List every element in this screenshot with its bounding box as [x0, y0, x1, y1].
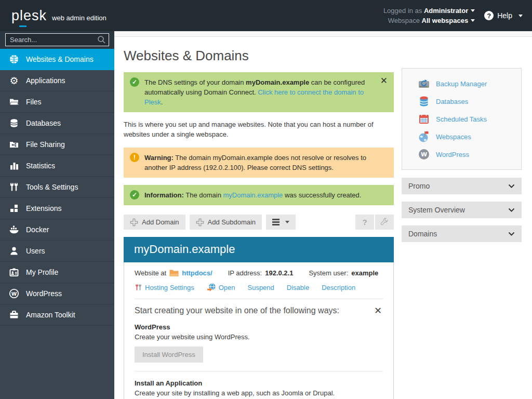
close-icon[interactable]: ✕ [374, 305, 382, 316]
shortcuts-box: Backup Manager Databases Scheduled Tasks… [402, 68, 522, 170]
top-header: plesk web admin edition Logged in as Adm… [0, 0, 532, 31]
plus-icon [130, 218, 138, 227]
shortcut-backup-manager[interactable]: Backup Manager [418, 75, 521, 92]
chevron-down-icon [518, 15, 523, 17]
blocks-icon [9, 203, 19, 214]
system-user-value: example [351, 269, 378, 277]
warning-label: Warning: [144, 154, 174, 162]
docroot-link[interactable]: httpdocs/ [182, 269, 212, 277]
database-icon [9, 118, 19, 128]
description-link[interactable]: Description [322, 284, 355, 291]
close-icon[interactable]: ✕ [380, 76, 388, 85]
intro-text: This is where you set up and manage webs… [124, 119, 394, 139]
plus-icon [196, 218, 204, 227]
sidebar-item-users[interactable]: Users [0, 241, 114, 262]
sidebar-item-label: Extensions [26, 204, 61, 212]
option-description: Create your site by installing a web app… [135, 389, 383, 397]
tools-icon [135, 283, 142, 291]
more-actions-menu-button[interactable] [266, 215, 296, 230]
option-wordpress: WordPress Create your website using Word… [135, 315, 383, 371]
search-input[interactable] [5, 33, 109, 46]
webspace-label: Webspace [388, 17, 420, 24]
hosting-info-row: Website at httpdocs/ IP address: 192.0.2… [135, 269, 383, 277]
panel-system-overview[interactable]: System Overview [402, 202, 522, 218]
user-menu[interactable]: Administrator [424, 7, 475, 15]
sidebar-item-wordpress[interactable]: W WordPress [0, 283, 114, 304]
sidebar-item-extensions[interactable]: Extensions [0, 198, 114, 219]
panel-domains[interactable]: Domains [402, 225, 522, 242]
sidebar-item-my-profile[interactable]: My Profile [0, 262, 114, 283]
panel-label: Domains [408, 230, 437, 238]
success-check-icon: ✓ [130, 190, 139, 200]
hosting-settings-link[interactable]: Hosting Settings [135, 283, 194, 291]
disable-link[interactable]: Disable [287, 284, 309, 291]
sidebar-item-statistics[interactable]: Statistics [0, 155, 114, 177]
open-globe-icon [207, 283, 216, 292]
sidebar-item-databases[interactable]: Databases [0, 113, 114, 134]
chevron-down-icon [471, 19, 475, 22]
chevron-down-icon [471, 9, 475, 12]
shortcut-databases[interactable]: Databases [418, 92, 521, 110]
logo-edition-label: web admin edition [52, 14, 107, 22]
sidebar-item-docker[interactable]: Docker [0, 219, 114, 241]
add-domain-button[interactable]: Add Domain [124, 215, 185, 230]
content-top-strip [114, 31, 532, 37]
toolbox-icon [9, 310, 19, 320]
sidebar-item-files[interactable]: Files [0, 91, 114, 113]
open-site-link[interactable]: Open [207, 283, 235, 292]
shortcut-label: Scheduled Tasks [436, 115, 487, 123]
webspace-selector[interactable]: All webspaces [422, 17, 475, 24]
ip-address-label: IP address: [228, 269, 262, 277]
globe-icon [9, 54, 19, 64]
logged-in-as-row: Logged in as Administrator [383, 6, 475, 16]
wordpress-icon: W [9, 288, 19, 299]
option-install-application: Install an Application Create your site … [135, 371, 383, 399]
id-card-icon [9, 267, 19, 277]
toolbar-help-button[interactable]: ? [355, 215, 374, 230]
chevron-down-icon [285, 221, 289, 223]
sidebar-item-file-sharing[interactable]: File Sharing [0, 134, 114, 155]
sidebar-item-tools-settings[interactable]: Tools & Settings [0, 177, 114, 198]
panel-promo[interactable]: Promo [402, 178, 522, 194]
toolbar-tools-button[interactable] [375, 215, 394, 230]
system-user-label: System user: [309, 269, 348, 277]
suspend-link[interactable]: Suspend [247, 284, 274, 291]
databases-icon [418, 96, 430, 107]
chevron-down-icon [508, 232, 515, 236]
shortcut-label: Backup Manager [436, 80, 487, 88]
shortcut-wordpress[interactable]: W WordPress [418, 145, 521, 163]
logged-in-as-label: Logged in as [383, 7, 422, 15]
help-menu[interactable]: ? Help [484, 11, 523, 20]
shortcut-label: Databases [436, 98, 468, 105]
shortcut-scheduled-tasks[interactable]: Scheduled Tasks [418, 110, 521, 128]
sidebar-item-websites-domains[interactable]: Websites & Domains [0, 49, 114, 70]
right-column: Backup Manager Databases Scheduled Tasks… [402, 37, 522, 399]
wordpress-icon: W [418, 149, 430, 160]
install-wordpress-button[interactable]: Install WordPress [135, 347, 203, 363]
chevron-down-icon [508, 184, 515, 189]
domain-created-message: ✓ Information: The domain myDomain.examp… [124, 185, 394, 205]
sidebar-item-applications[interactable]: ⚙ Applications [0, 70, 114, 91]
created-domain-link[interactable]: myDomain.example [223, 191, 283, 199]
add-subdomain-button[interactable]: Add Subdomain [190, 215, 262, 230]
panel-label: System Overview [408, 206, 465, 214]
scheduled-tasks-icon [418, 113, 430, 125]
question-icon: ? [362, 218, 367, 227]
domain-actions-row: Hosting Settings Open Suspend Disable De… [135, 283, 383, 292]
sidebar-item-label: Amazon Toolkit [26, 311, 75, 319]
sidebar-item-amazon-toolkit[interactable]: Amazon Toolkit [0, 304, 114, 326]
option-heading: Install an Application [135, 379, 383, 387]
plesk-logo[interactable]: plesk web admin edition [0, 8, 107, 24]
information-label: Information: [144, 191, 184, 199]
success-check-icon: ✓ [130, 77, 139, 87]
help-label: Help [497, 11, 512, 20]
shortcut-label: WordPress [436, 151, 469, 158]
shortcut-webspaces[interactable]: Webspaces [418, 128, 521, 145]
chevron-down-icon [508, 208, 515, 212]
main-column: Websites & Domains ✓ The DNS settings of… [124, 37, 394, 399]
logo-text: plesk [11, 8, 47, 23]
gear-icon: ⚙ [9, 75, 19, 86]
option-description: Create your website using WordPress. [135, 333, 383, 341]
shortcut-label: Webspaces [436, 133, 471, 141]
bar-chart-icon [9, 161, 19, 171]
